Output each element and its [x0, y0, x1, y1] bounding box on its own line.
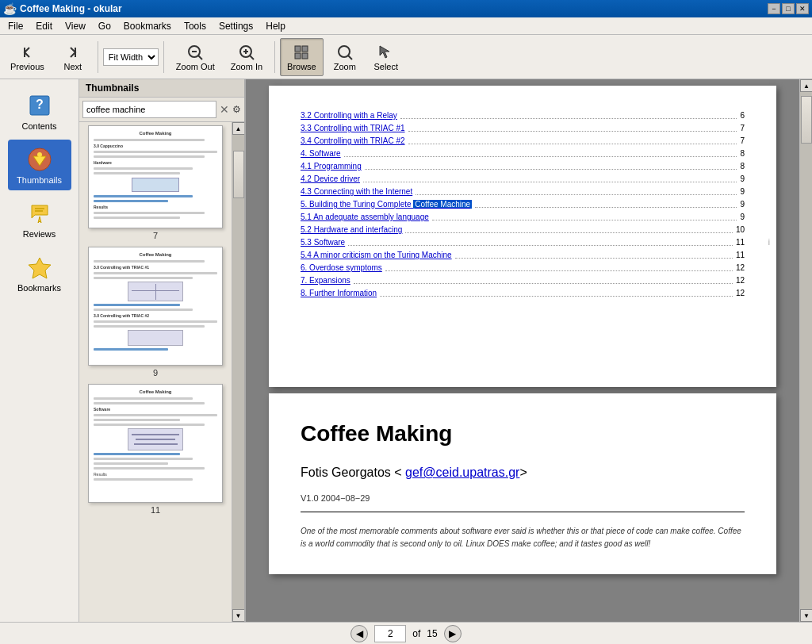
toc-link-1[interactable]: 3.2 Controlling with a Relay — [301, 109, 397, 121]
toc-link-12[interactable]: 5.4 A minor criticism on the Turing Mach… — [301, 249, 452, 261]
maximize-button[interactable]: □ — [782, 3, 795, 14]
toolbar-sep-1 — [98, 41, 98, 73]
page-scroll-thumb[interactable] — [801, 96, 812, 144]
total-pages: 15 — [427, 628, 437, 639]
thumbnails-panel: Thumbnails ✕ ⚙ Coffee Making 3.0 Cappucc… — [79, 79, 246, 622]
thumbnail-page-7[interactable]: Coffee Making 3.0 Cappuccino Hardware — [88, 125, 223, 240]
menu-bookmarks[interactable]: Bookmarks — [117, 19, 178, 33]
zoom-in-button[interactable]: Zoom In — [224, 38, 270, 76]
thumb-scroll-thumb[interactable] — [233, 151, 244, 198]
thumbnails-scroll-area[interactable]: Coffee Making 3.0 Cappuccino Hardware — [79, 122, 232, 622]
document-page-toc: 3.2 Controlling with a Relay 6 3.3 Contr… — [269, 86, 776, 387]
toc-entry-9: 5.1 An adequate assembly language 9 — [301, 211, 745, 223]
main-layout: ? Contents Thumbnails Reviews — [0, 79, 812, 622]
toc-link-7[interactable]: 4.3 Connecting with the Internet — [301, 186, 412, 197]
document-page-cover: Coffee Making Fotis Georgatos < gef@ceid… — [269, 393, 776, 574]
toc-link-3[interactable]: 3.4 Controlling with TRIAC #2 — [301, 135, 405, 147]
toc-link-13[interactable]: 6. Overdose symptoms — [301, 262, 382, 274]
cover-version: V1.0 2004−08−29 — [301, 492, 745, 512]
of-label: of — [412, 628, 420, 639]
page-scrollbar[interactable]: ▲ ▼ — [799, 79, 812, 622]
svg-marker-22 — [29, 258, 51, 278]
bookmarks-icon — [25, 253, 54, 282]
sidebar-item-thumbnails[interactable]: Thumbnails — [8, 140, 71, 190]
thumbnails-label: Thumbnails — [17, 175, 62, 185]
thumbnail-page-11[interactable]: Coffee Making Software — [88, 384, 223, 515]
cover-author-post: > — [519, 466, 527, 479]
reviews-icon — [25, 199, 54, 228]
menu-view[interactable]: View — [59, 19, 92, 33]
menu-go[interactable]: Go — [92, 19, 117, 33]
zoom-button[interactable]: Zoom — [325, 38, 365, 76]
sidebar-item-reviews[interactable]: Reviews — [8, 194, 71, 244]
toc-link-6[interactable]: 4.2 Device driver — [301, 173, 360, 185]
toc-entry-7: 4.3 Connecting with the Internet 9 — [301, 186, 745, 197]
toc-entry-2: 3.3 Controlling with TRIAC #1 7 — [301, 122, 745, 134]
toc-link-11[interactable]: 5.3 Software — [301, 236, 345, 248]
page-scroll-track[interactable] — [800, 92, 812, 609]
menu-tools[interactable]: Tools — [178, 19, 213, 33]
sidebar-item-bookmarks[interactable]: Bookmarks — [8, 247, 71, 298]
thumbnails-header: Thumbnails — [79, 79, 244, 98]
thumb-scroll-up[interactable]: ▲ — [232, 122, 245, 135]
thumb-scroll-down[interactable]: ▼ — [232, 609, 245, 622]
toc-link-14[interactable]: 7. Expansions — [301, 274, 350, 286]
prev-page-button[interactable]: ◀ — [350, 625, 368, 642]
minimize-button[interactable]: − — [768, 3, 780, 14]
browse-button[interactable]: Browse — [280, 38, 324, 76]
zoom-in-label: Zoom In — [231, 62, 262, 71]
sidebar-item-contents[interactable]: ? Contents — [8, 86, 71, 136]
search-options-icon[interactable]: ⚙ — [232, 104, 241, 115]
page-scroll-area[interactable]: 3.2 Controlling with a Relay 6 3.3 Contr… — [246, 79, 799, 622]
close-button[interactable]: ✕ — [796, 3, 809, 14]
toc-entry-6: 4.2 Device driver 9 — [301, 173, 745, 185]
contents-label: Contents — [21, 121, 56, 131]
next-page-button[interactable]: ▶ — [444, 625, 462, 642]
current-page-input[interactable] — [374, 625, 406, 642]
browse-icon — [292, 43, 311, 62]
page-scroll-down[interactable]: ▼ — [800, 609, 812, 622]
cover-author: Fotis Georgatos < gef@ceid.upatras.gr> — [301, 463, 745, 482]
toc-link-10[interactable]: 5.2 Hardware and interfacing — [301, 224, 402, 236]
toc-link-5[interactable]: 4.1 Programming — [301, 160, 362, 172]
titlebar: ☕ Coffee Making - okular − □ ✕ — [0, 0, 812, 17]
toc-entry-5: 4.1 Programming 8 — [301, 160, 745, 172]
toc-link-4[interactable]: 4. Software — [301, 148, 341, 159]
toc-link-15[interactable]: 8. Further Information — [301, 287, 377, 299]
svg-line-6 — [250, 56, 254, 59]
next-page-icon: ▶ — [449, 628, 456, 639]
svg-point-19 — [37, 152, 42, 157]
toolbar-sep-3 — [274, 41, 275, 73]
menu-file[interactable]: File — [2, 19, 29, 33]
svg-line-14 — [348, 56, 352, 59]
cover-email-link[interactable]: gef@ceid.upatras.gr — [405, 466, 519, 479]
bookmarks-label: Bookmarks — [17, 283, 61, 293]
fit-width-select-wrap: Fit Width Fit Page 25% 50% 100% — [103, 48, 159, 66]
zoom-out-icon — [186, 43, 205, 62]
svg-text:?: ? — [36, 98, 44, 111]
thumbnails-scrollbar[interactable]: ▲ ▼ — [232, 122, 244, 622]
zoom-out-button[interactable]: Zoom Out — [169, 38, 222, 76]
fit-width-select[interactable]: Fit Width Fit Page 25% 50% 100% — [103, 48, 159, 66]
menu-help[interactable]: Help — [259, 19, 292, 33]
menu-settings[interactable]: Settings — [213, 19, 259, 33]
select-button[interactable]: Select — [366, 38, 406, 76]
svg-point-13 — [339, 46, 350, 57]
toc-link-8[interactable]: 5. Building the Turing Complete Coffee M… — [301, 198, 472, 210]
previous-button[interactable]: Previous — [3, 38, 52, 76]
svg-rect-10 — [295, 53, 301, 59]
toc-link-9[interactable]: 5.1 An adequate assembly language — [301, 211, 429, 223]
clear-search-icon[interactable]: ✕ — [220, 103, 229, 116]
next-button[interactable]: Next — [53, 38, 93, 76]
prev-page-icon: ◀ — [356, 628, 363, 639]
toc-link-2[interactable]: 3.3 Controlling with TRIAC #1 — [301, 122, 405, 134]
next-label: Next — [63, 62, 82, 71]
thumbnails-inner: Coffee Making 3.0 Cappuccino Hardware — [79, 122, 244, 622]
thumb-scroll-track[interactable] — [232, 135, 245, 609]
search-input[interactable] — [82, 101, 216, 118]
thumbnail-page-9[interactable]: Coffee Making 3.0 Controlling with TRIAC… — [88, 247, 223, 378]
toolbar-sep-2 — [163, 41, 164, 73]
menu-edit[interactable]: Edit — [29, 19, 59, 33]
content-wrapper: 3.2 Controlling with a Relay 6 3.3 Contr… — [246, 79, 812, 622]
page-scroll-up[interactable]: ▲ — [800, 79, 812, 92]
